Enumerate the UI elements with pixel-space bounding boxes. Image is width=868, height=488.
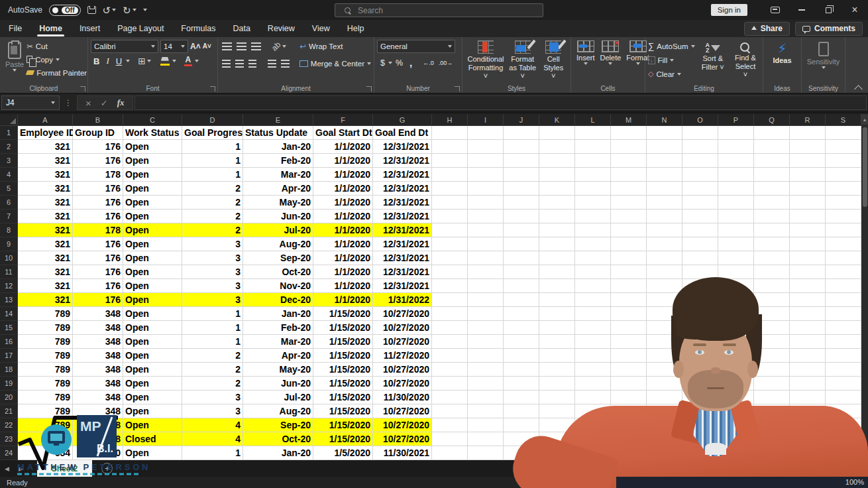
share-button[interactable]: Share bbox=[744, 22, 790, 36]
cell[interactable]: 1/15/2020 bbox=[313, 321, 373, 335]
cell[interactable] bbox=[468, 168, 504, 182]
cell[interactable] bbox=[790, 223, 826, 237]
cell[interactable] bbox=[611, 307, 647, 321]
cell[interactable]: 10/27/2020 bbox=[373, 363, 432, 377]
row-number-9[interactable]: 9 bbox=[0, 237, 18, 251]
cell[interactable] bbox=[790, 293, 826, 307]
cell[interactable] bbox=[504, 182, 539, 196]
cell[interactable]: 10/27/2020 bbox=[373, 418, 432, 432]
cell[interactable]: 176 bbox=[73, 182, 123, 196]
cell[interactable] bbox=[539, 293, 575, 307]
cell[interactable]: 789 bbox=[18, 335, 73, 349]
cell[interactable]: Goal End Dt bbox=[373, 126, 432, 140]
cell[interactable]: Open bbox=[123, 335, 182, 349]
cell[interactable] bbox=[432, 251, 468, 265]
cell[interactable] bbox=[611, 391, 647, 404]
cell[interactable]: 1/15/2020 bbox=[313, 307, 373, 321]
autosave-toggle[interactable]: Off bbox=[49, 5, 80, 16]
cell[interactable] bbox=[718, 391, 754, 404]
cell[interactable] bbox=[539, 307, 575, 321]
cell[interactable] bbox=[682, 210, 718, 223]
underline-button[interactable]: U bbox=[113, 56, 125, 66]
cell[interactable] bbox=[504, 154, 539, 168]
cell[interactable] bbox=[718, 182, 754, 196]
cell[interactable]: Open bbox=[123, 293, 182, 307]
cell[interactable] bbox=[611, 237, 647, 251]
cell[interactable] bbox=[539, 154, 575, 168]
cell[interactable]: 176 bbox=[73, 265, 123, 279]
cell[interactable] bbox=[718, 404, 754, 418]
cell[interactable]: 1/15/2020 bbox=[313, 404, 373, 418]
cell[interactable] bbox=[682, 279, 718, 293]
cell[interactable] bbox=[826, 223, 861, 237]
cell[interactable] bbox=[432, 335, 468, 349]
cell[interactable] bbox=[718, 279, 754, 293]
cell[interactable] bbox=[790, 196, 826, 210]
cell[interactable]: 1 bbox=[182, 154, 243, 168]
cell[interactable]: 1/15/2020 bbox=[313, 418, 373, 432]
sort-filter-button[interactable]: AZ Sort & Filter ˅ bbox=[699, 40, 727, 84]
column-header-L[interactable]: L bbox=[575, 114, 611, 126]
cell[interactable]: 10/27/2020 bbox=[373, 307, 432, 321]
cell[interactable]: 1/1/2020 bbox=[313, 279, 373, 293]
cell[interactable] bbox=[432, 363, 468, 377]
column-header-O[interactable]: O bbox=[682, 114, 718, 126]
cell[interactable] bbox=[432, 182, 468, 196]
format-as-table-button[interactable]: Format as Table ˅ bbox=[506, 40, 539, 84]
cell[interactable] bbox=[575, 168, 611, 182]
cell[interactable] bbox=[611, 377, 647, 391]
cell[interactable] bbox=[682, 321, 718, 335]
cell[interactable]: Apr-20 bbox=[243, 349, 313, 363]
cell[interactable]: 10/27/2020 bbox=[373, 377, 432, 391]
row-number-17[interactable]: 17 bbox=[0, 349, 18, 363]
cell[interactable] bbox=[575, 140, 611, 154]
column-header-K[interactable]: K bbox=[539, 114, 575, 126]
cell[interactable] bbox=[611, 418, 647, 432]
cell[interactable] bbox=[718, 446, 754, 460]
close-button[interactable]: × bbox=[841, 0, 868, 20]
cell[interactable] bbox=[468, 196, 504, 210]
cell[interactable] bbox=[575, 237, 611, 251]
cell[interactable] bbox=[611, 363, 647, 377]
cell[interactable] bbox=[432, 210, 468, 223]
cell[interactable] bbox=[647, 363, 682, 377]
namebox-resize-handle[interactable]: ⋮ bbox=[60, 98, 77, 107]
cell[interactable]: 176 bbox=[73, 196, 123, 210]
cell[interactable]: 321 bbox=[18, 265, 73, 279]
cell[interactable]: Open bbox=[123, 265, 182, 279]
cell[interactable]: 1/1/2020 bbox=[313, 196, 373, 210]
cell[interactable] bbox=[468, 418, 504, 432]
tab-review[interactable]: Review bbox=[259, 20, 303, 37]
cell[interactable]: Open bbox=[123, 349, 182, 363]
row-number-12[interactable]: 12 bbox=[0, 279, 18, 293]
cell[interactable] bbox=[790, 404, 826, 418]
cell[interactable] bbox=[682, 432, 718, 446]
cell[interactable] bbox=[754, 237, 790, 251]
cell[interactable] bbox=[826, 418, 861, 432]
format-painter-button[interactable]: Format Painter bbox=[27, 66, 87, 79]
column-header-C[interactable]: C bbox=[123, 114, 182, 126]
cell[interactable] bbox=[432, 446, 468, 460]
cell[interactable] bbox=[468, 265, 504, 279]
paste-button[interactable]: Paste bbox=[3, 40, 27, 84]
cell[interactable] bbox=[504, 140, 539, 154]
cell[interactable] bbox=[504, 265, 539, 279]
cell[interactable]: 1/1/2020 bbox=[313, 265, 373, 279]
cell[interactable]: Open bbox=[123, 210, 182, 223]
cell[interactable] bbox=[468, 335, 504, 349]
confirm-entry-button[interactable]: ✓ bbox=[101, 98, 108, 108]
cell[interactable]: 1 bbox=[182, 321, 243, 335]
cell[interactable] bbox=[647, 446, 682, 460]
row-number-5[interactable]: 5 bbox=[0, 182, 18, 196]
cell[interactable] bbox=[790, 154, 826, 168]
cut-button[interactable]: ✂Cut bbox=[27, 40, 87, 52]
cell[interactable]: 1 bbox=[182, 140, 243, 154]
cell[interactable] bbox=[826, 140, 861, 154]
middle-align-button[interactable] bbox=[237, 42, 246, 50]
percent-style-button[interactable]: % bbox=[392, 58, 406, 68]
cell[interactable] bbox=[754, 321, 790, 335]
cell[interactable] bbox=[647, 377, 682, 391]
cell[interactable] bbox=[539, 335, 575, 349]
cell[interactable]: 1 bbox=[182, 446, 243, 460]
scroll-down-arrow-icon[interactable]: ▼ bbox=[861, 450, 868, 460]
